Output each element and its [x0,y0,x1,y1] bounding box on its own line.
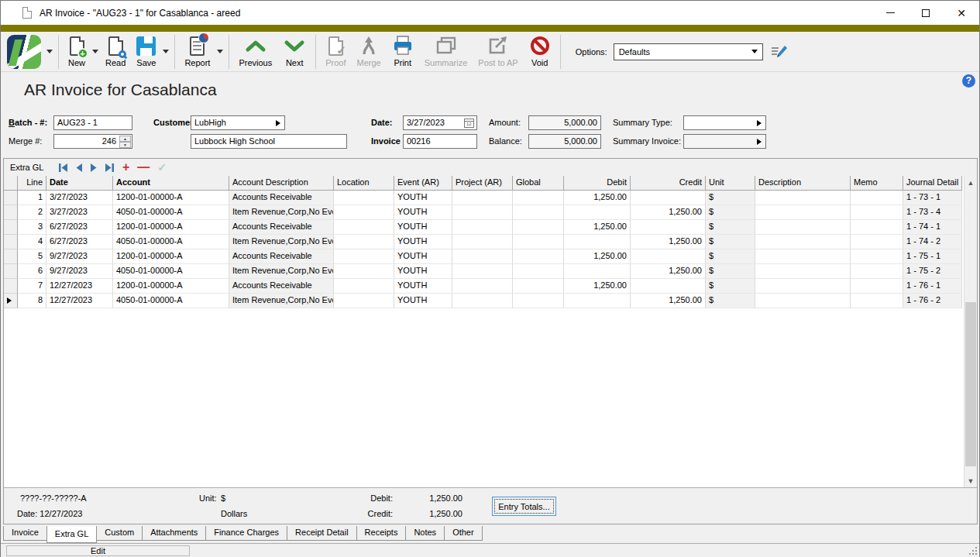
next-button[interactable]: Next [277,33,311,70]
edit-options-icon[interactable] [771,44,788,60]
grid-cell-journal[interactable]: 1 - 73 - 1 [903,191,962,205]
grid-cell-journal[interactable]: 1 - 74 - 1 [903,220,962,235]
grid-cell-memo[interactable] [851,264,903,279]
grid-cell-line[interactable]: 2 [18,205,46,220]
report-dropdown-icon[interactable] [217,50,223,53]
row-selector[interactable] [4,264,18,279]
grid-cell-credit[interactable]: 1,250.00 [631,235,706,249]
grid-cell-line[interactable]: 4 [18,235,46,249]
grid-cell-location[interactable] [334,294,394,308]
grid-cell-event[interactable]: YOUTH [394,191,452,205]
close-button[interactable]: ✕ [944,1,979,25]
grid-cell-project[interactable] [452,294,513,308]
delete-row-icon[interactable]: — [137,163,150,171]
row-selector[interactable] [4,235,18,249]
grid-cell-line[interactable]: 5 [18,249,46,264]
tab-attachments[interactable]: Attachments [142,526,206,541]
grid-cell-unit[interactable]: $ [706,264,755,279]
grid-cell-event[interactable]: YOUTH [394,249,452,264]
summary-invoice-field[interactable] [683,134,766,149]
grid-cell-global[interactable] [513,264,564,279]
app-logo-icon[interactable] [7,35,41,69]
grid-cell-line[interactable]: 3 [18,220,46,235]
grid-cell-location[interactable] [334,205,394,220]
grid-cell-date[interactable]: 9/27/2023 [46,249,113,264]
grid-cell-journal[interactable]: 1 - 74 - 2 [903,235,962,249]
print-button[interactable]: Print [387,33,419,70]
tab-custom[interactable]: Custom [96,526,143,541]
column-header-debit[interactable]: Debit [564,176,631,191]
merge-field[interactable]: 246 ▲ ▼ [53,134,132,149]
grid-cell-debit[interactable]: 1,250.00 [564,220,631,235]
row-selector[interactable] [4,205,18,220]
grid-cell-global[interactable] [513,235,564,249]
grid-cell-project[interactable] [452,235,513,249]
grid-cell-location[interactable] [334,264,394,279]
report-button[interactable]: Report [179,33,215,70]
column-header-desc[interactable]: Account Description [229,176,334,191]
grid-cell-global[interactable] [513,220,564,235]
grid-cell-event[interactable]: YOUTH [394,264,452,279]
grid-cell-location[interactable] [334,220,394,235]
grid-cell-description[interactable] [755,279,851,294]
grid-cell-unit[interactable]: $ [706,235,755,249]
grid-cell-date[interactable]: 6/27/2023 [46,220,113,235]
scroll-down-icon[interactable]: ▼ [965,474,977,487]
column-header-journal[interactable]: Journal Detail [903,176,962,191]
grid-cell-credit[interactable]: 1,250.00 [631,264,706,279]
grid-cell-account[interactable]: 4050-01-00000-A [113,264,229,279]
read-button[interactable]: Read [100,33,131,70]
grid-cell-date[interactable]: 3/27/2023 [46,205,113,220]
grid-cell-account[interactable]: 1200-01-00000-A [113,249,229,264]
grid-cell-debit[interactable]: 1,250.00 [564,279,631,294]
grid-cell-project[interactable] [452,191,513,205]
resize-grip-icon[interactable] [969,547,977,555]
grid-cell-memo[interactable] [851,205,903,220]
grid-cell-location[interactable] [334,235,394,249]
grid-cell-description[interactable] [755,220,851,235]
column-header-line[interactable]: Line [18,176,46,191]
column-header-global[interactable]: Global [513,176,564,191]
customer-name-field[interactable]: Lubbock High School [191,134,347,149]
grid-cell-event[interactable]: YOUTH [394,205,452,220]
grid-cell-unit[interactable]: $ [706,279,755,294]
grid-cell-line[interactable]: 7 [18,279,46,294]
grid-cell-line[interactable]: 8 [18,294,46,308]
grid-cell-memo[interactable] [851,294,903,308]
new-dropdown-icon[interactable] [92,50,98,53]
grid-cell-line[interactable]: 1 [18,191,46,205]
grid-cell-credit[interactable]: 1,250.00 [631,294,706,308]
grid-cell-location[interactable] [334,279,394,294]
next-record-icon[interactable] [90,163,98,172]
column-header-location[interactable]: Location [334,176,394,191]
grid-cell-journal[interactable]: 1 - 76 - 1 [903,279,962,294]
grid-cell-description[interactable] [755,294,851,308]
previous-button[interactable]: Previous [233,33,277,70]
grid-cell-global[interactable] [513,294,564,308]
customer-field[interactable]: LubHigh [191,115,285,130]
options-combobox[interactable]: Defaults [614,43,763,60]
grid-cell-event[interactable]: YOUTH [394,235,452,249]
grid-cell-memo[interactable] [851,279,903,294]
grid-cell-credit[interactable] [631,191,706,205]
tab-invoice[interactable]: Invoice [3,526,47,541]
grid-cell-project[interactable] [452,249,513,264]
grid-cell-journal[interactable]: 1 - 75 - 1 [903,249,962,264]
column-header-credit[interactable]: Credit [631,176,706,191]
grid-cell-desc[interactable]: Item Revenue,Corp,No Eve [229,235,334,249]
summary-type-field[interactable] [683,115,766,130]
grid-cell-location[interactable] [334,191,394,205]
grid-cell-event[interactable]: YOUTH [394,279,452,294]
tab-other[interactable]: Other [444,526,483,541]
grid-cell-event[interactable]: YOUTH [394,220,452,235]
minimize-button[interactable] [872,1,908,25]
column-header-date[interactable]: Date [46,176,113,191]
entry-totals-button[interactable]: Entry Totals... [492,497,556,516]
grid-cell-description[interactable] [755,191,851,205]
grid-cell-account[interactable]: 1200-01-00000-A [113,279,229,294]
grid-cell-desc[interactable]: Item Revenue,Corp,No Eve [229,264,334,279]
add-row-icon[interactable]: + [122,162,129,173]
grid-cell-global[interactable] [513,205,564,220]
grid-cell-unit[interactable]: $ [706,220,755,235]
grid-cell-unit[interactable]: $ [706,294,755,308]
